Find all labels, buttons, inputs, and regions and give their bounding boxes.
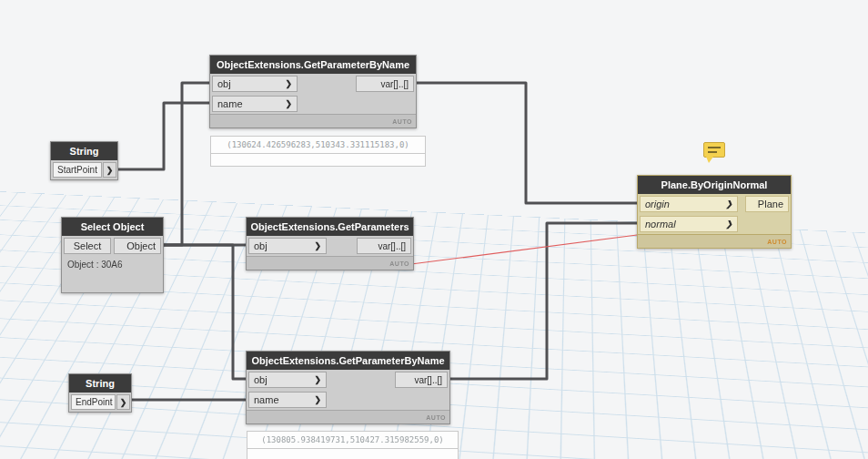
select-button-label: Select <box>74 240 102 251</box>
node-getparameterbyname-top[interactable]: ObjectExtensions.GetParameterByName obj … <box>209 55 417 128</box>
input-port-obj[interactable]: obj ❯ <box>248 372 327 388</box>
port-label: var[]..[] <box>378 241 406 251</box>
chevron-right-icon: ❯ <box>120 398 127 407</box>
lacing-label[interactable]: AUTO <box>767 239 787 245</box>
chevron-right-icon: ❯ <box>725 199 732 209</box>
output-port-var[interactable]: var[]..[] <box>395 372 448 388</box>
note-tail <box>706 157 713 163</box>
output-port-var[interactable]: var[]..[] <box>356 76 414 92</box>
node-title[interactable]: String <box>69 374 131 393</box>
preview-value: (130805.938419731,510427.315982559,0) <box>247 431 459 449</box>
wire-startpoint-to-name[interactable] <box>118 103 209 169</box>
string-value: StartPoint <box>57 165 97 175</box>
node-footer: AUTO <box>247 410 449 423</box>
input-port-origin[interactable]: origin ❯ <box>640 196 738 212</box>
wire-select-to-top-obj[interactable] <box>164 83 209 245</box>
chevron-right-icon: ❯ <box>314 375 321 384</box>
preview-footer <box>210 154 426 167</box>
port-label: name <box>217 98 243 109</box>
port-label: name <box>254 394 279 405</box>
wire-select-to-bottom-obj[interactable] <box>164 245 246 379</box>
lacing-label[interactable]: AUTO <box>389 260 409 267</box>
output-port-plane[interactable]: Plane <box>745 196 789 212</box>
node-select-object[interactable]: Select Object Select Object Object : 30A… <box>61 217 164 293</box>
node-footer: AUTO <box>247 256 413 270</box>
port-label: var[]..[] <box>380 79 409 89</box>
input-port-obj[interactable]: obj ❯ <box>248 238 327 254</box>
chevron-right-icon: ❯ <box>314 395 321 404</box>
note-text-line <box>708 147 721 148</box>
node-title[interactable]: ObjectExtensions.GetParameters <box>247 218 413 236</box>
preview-bubble-bottom[interactable]: (130805.938419731,510427.315982559,0) <box>247 431 459 459</box>
node-string-endpoint[interactable]: String EndPoint ❯ <box>68 373 132 413</box>
node-string-startpoint[interactable]: String StartPoint ❯ <box>50 141 118 180</box>
node-title[interactable]: Plane.ByOriginNormal <box>638 176 791 194</box>
port-label: obj <box>254 374 267 385</box>
output-port-string[interactable]: ❯ <box>103 162 116 178</box>
error-wire[interactable] <box>411 235 637 264</box>
port-label: obj <box>217 78 231 89</box>
lacing-label[interactable]: AUTO <box>426 414 446 421</box>
node-title[interactable]: ObjectExtensions.GetParameterByName <box>247 352 449 370</box>
chevron-right-icon: ❯ <box>285 99 292 108</box>
input-port-normal[interactable]: normal ❯ <box>640 216 738 232</box>
port-label: origin <box>645 199 670 209</box>
node-footer: AUTO <box>638 234 791 248</box>
chevron-right-icon: ❯ <box>106 166 114 175</box>
string-value-input[interactable]: StartPoint <box>53 162 102 178</box>
node-getparameters[interactable]: ObjectExtensions.GetParameters obj ❯ var… <box>246 217 414 270</box>
input-port-name[interactable]: name ❯ <box>248 392 327 408</box>
port-label: Plane <box>758 199 783 209</box>
node-getparameterbyname-bottom[interactable]: ObjectExtensions.GetParameterByName obj … <box>246 351 450 424</box>
chevron-right-icon: ❯ <box>314 241 321 250</box>
node-title[interactable]: Select Object <box>62 218 163 236</box>
string-value-input[interactable]: EndPoint <box>71 394 116 410</box>
port-label: var[]..[] <box>414 375 442 385</box>
input-port-name[interactable]: name ❯ <box>212 96 298 112</box>
output-port-object[interactable]: Object <box>114 238 161 254</box>
output-port-string[interactable]: ❯ <box>116 394 130 410</box>
port-label: normal <box>645 219 676 230</box>
port-label: Object <box>126 240 156 251</box>
input-port-obj[interactable]: obj ❯ <box>212 76 298 92</box>
note-text-line <box>708 151 717 153</box>
chevron-right-icon: ❯ <box>285 79 292 88</box>
node-footer: AUTO <box>210 114 416 128</box>
chevron-right-icon: ❯ <box>725 219 732 229</box>
select-button[interactable]: Select <box>64 238 111 254</box>
node-plane-byoriginnormal[interactable]: Plane.ByOriginNormal origin ❯ Plane norm… <box>637 175 792 249</box>
output-port-var[interactable]: var[]..[] <box>357 238 411 254</box>
node-title[interactable]: ObjectExtensions.GetParameterByName <box>210 56 416 74</box>
preview-bubble-top[interactable]: (130624.426596283,510343.331115183,0) <box>210 136 426 167</box>
node-title[interactable]: String <box>51 142 117 160</box>
string-value: EndPoint <box>76 397 113 407</box>
lacing-label[interactable]: AUTO <box>392 118 412 125</box>
port-label: obj <box>254 240 267 251</box>
selected-object-value: Object : 30A6 <box>62 256 163 292</box>
preview-footer <box>247 449 459 459</box>
preview-value: (130624.426596283,510343.331115183,0) <box>210 136 426 154</box>
note-icon[interactable] <box>703 142 725 158</box>
wire-topvar-to-origin[interactable] <box>417 83 637 203</box>
